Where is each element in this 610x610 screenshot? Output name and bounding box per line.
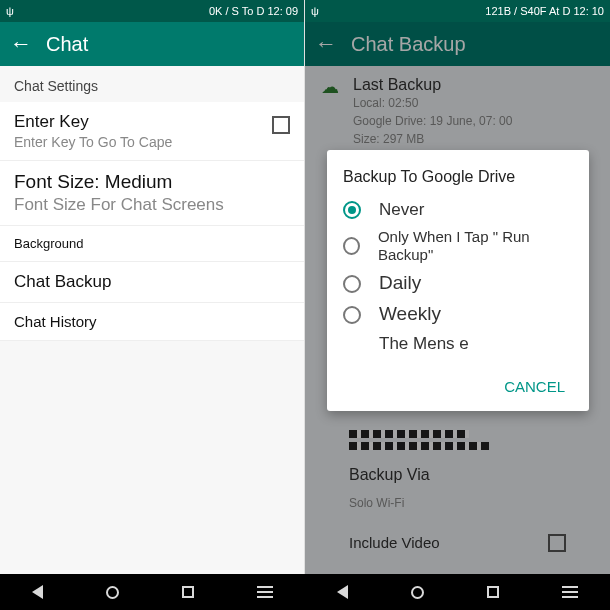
nav-menu-icon[interactable] xyxy=(257,586,273,598)
back-icon[interactable]: ← xyxy=(10,33,32,55)
chat-settings-list: Chat Settings Enter Key Enter Key To Go … xyxy=(0,66,304,574)
option-daily[interactable]: Daily xyxy=(343,272,573,295)
backup-frequency-dialog: Backup To Google Drive Never Only When I… xyxy=(327,150,589,411)
row-font-size[interactable]: Font Size: Medium Font Size For Chat Scr… xyxy=(0,161,304,226)
nav-home-icon[interactable] xyxy=(411,586,424,599)
checkbox-enter-key[interactable] xyxy=(272,116,290,134)
option-label: Daily xyxy=(379,272,421,295)
option-weekly[interactable]: Weekly xyxy=(343,303,573,326)
option-label: The Mens e xyxy=(379,334,469,354)
appbar-chat: ← Chat xyxy=(0,22,304,66)
option-monthly[interactable]: The Mens e xyxy=(343,334,573,354)
page-title: Chat xyxy=(46,33,88,56)
status-text: 121B / S40F At D 12: 10 xyxy=(485,5,604,17)
radio-icon[interactable] xyxy=(343,201,361,219)
option-label: Weekly xyxy=(379,303,441,326)
nav-recent-icon[interactable] xyxy=(182,586,194,598)
navbar-left xyxy=(0,574,305,610)
cancel-button[interactable]: CANCEL xyxy=(343,372,573,401)
row-title: Chat Backup xyxy=(14,272,290,292)
status-text: 0K / S To D 12: 09 xyxy=(209,5,298,17)
nav-home-icon[interactable] xyxy=(106,586,119,599)
radio-icon[interactable] xyxy=(343,306,361,324)
option-when-tap[interactable]: Only When I Tap " Run Backup" xyxy=(343,228,573,264)
radio-icon[interactable] xyxy=(343,275,361,293)
row-title: Background xyxy=(14,236,290,251)
row-chat-backup[interactable]: Chat Backup xyxy=(0,262,304,303)
statusbar-left: ψ 0K / S To D 12: 09 xyxy=(0,0,304,22)
statusbar-right: ψ 121B / S40F At D 12: 10 xyxy=(305,0,610,22)
row-title: Font Size: Medium xyxy=(14,171,290,193)
row-chat-history[interactable]: Chat History xyxy=(0,303,304,341)
row-enter-key[interactable]: Enter Key Enter Key To Go To Cape xyxy=(0,102,304,161)
option-label: Only When I Tap " Run Backup" xyxy=(378,228,573,264)
option-label: Never xyxy=(379,200,424,220)
nav-back-icon[interactable] xyxy=(337,585,348,599)
navbar-right xyxy=(305,574,610,610)
row-sub: Enter Key To Go To Cape xyxy=(14,134,290,150)
section-header: Chat Settings xyxy=(0,66,304,102)
dialog-title: Backup To Google Drive xyxy=(343,168,573,186)
nav-back-icon[interactable] xyxy=(32,585,43,599)
row-sub: Font Size For Chat Screens xyxy=(14,195,290,215)
nav-menu-icon[interactable] xyxy=(562,586,578,598)
row-title: Chat History xyxy=(14,313,290,330)
usb-icon: ψ xyxy=(6,5,14,17)
nav-recent-icon[interactable] xyxy=(487,586,499,598)
row-title: Enter Key xyxy=(14,112,290,132)
radio-icon[interactable] xyxy=(343,237,360,255)
option-never[interactable]: Never xyxy=(343,200,573,220)
usb-icon: ψ xyxy=(311,5,319,17)
row-wallpaper[interactable]: Background xyxy=(0,226,304,262)
